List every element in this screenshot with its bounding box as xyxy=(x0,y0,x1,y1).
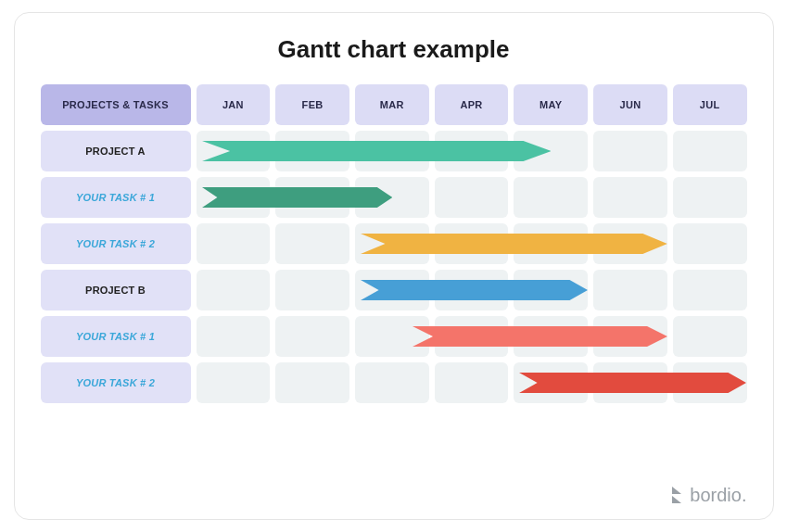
gantt-bar xyxy=(519,373,746,393)
gantt-bar xyxy=(413,326,667,347)
gantt-bar xyxy=(202,141,552,161)
svg-marker-2 xyxy=(361,234,667,254)
grid-cell xyxy=(197,316,271,357)
brand-name: bordio. xyxy=(690,485,746,506)
gantt-row xyxy=(197,131,747,171)
row-label-task: YOUR TASK # 1 xyxy=(41,316,191,357)
gantt-grid: PROJECTS & TASKSJANFEBMARAPRMAYJUNJULPRO… xyxy=(41,84,747,403)
grid-cell xyxy=(673,270,747,310)
row-label-task: YOUR TASK # 2 xyxy=(41,362,191,403)
column-header-month: JUN xyxy=(593,84,667,125)
grid-cell xyxy=(593,177,667,218)
chart-title: Gantt chart example xyxy=(41,35,747,64)
grid-cell xyxy=(197,223,271,264)
grid-cell xyxy=(275,362,349,403)
bordio-mark-icon xyxy=(669,487,684,505)
row-label-task: YOUR TASK # 2 xyxy=(41,223,191,264)
svg-marker-5 xyxy=(519,373,746,393)
grid-cell xyxy=(435,362,509,403)
gantt-bar xyxy=(361,280,588,300)
gantt-card: Gantt chart example PROJECTS & TASKSJANF… xyxy=(14,12,774,520)
row-label-project: PROJECT A xyxy=(41,131,191,171)
grid-cell xyxy=(355,362,429,403)
grid-cell xyxy=(275,270,349,310)
gantt-row xyxy=(197,316,747,357)
grid-cell xyxy=(197,270,271,310)
gantt-bar xyxy=(361,234,667,254)
gantt-row xyxy=(197,270,747,310)
row-label-project: PROJECT B xyxy=(41,270,191,310)
column-header-month: APR xyxy=(435,84,509,125)
grid-cell xyxy=(435,177,509,218)
grid-cell xyxy=(275,223,349,264)
grid-cell xyxy=(593,131,667,171)
grid-cell xyxy=(197,362,271,403)
grid-cell xyxy=(673,316,747,357)
svg-marker-1 xyxy=(202,187,392,208)
grid-cell xyxy=(275,316,349,357)
grid-cell xyxy=(514,177,588,218)
gantt-row xyxy=(197,177,747,218)
column-header-month: JUL xyxy=(673,84,747,125)
column-header-month: JAN xyxy=(197,84,271,125)
grid-cell xyxy=(593,270,667,310)
svg-marker-4 xyxy=(413,326,667,347)
column-header-month: MAY xyxy=(514,84,588,125)
svg-marker-0 xyxy=(202,141,552,161)
row-label-task: YOUR TASK # 1 xyxy=(41,177,191,218)
gantt-row xyxy=(197,223,747,264)
svg-marker-3 xyxy=(361,280,588,300)
column-header-month: FEB xyxy=(275,84,349,125)
grid-cell xyxy=(673,223,747,264)
grid-cell xyxy=(673,131,747,171)
gantt-bar xyxy=(202,187,392,208)
grid-cell xyxy=(673,177,747,218)
gantt-row xyxy=(197,362,747,403)
column-header-tasks: PROJECTS & TASKS xyxy=(41,84,191,125)
brand-logo: bordio. xyxy=(669,485,746,506)
column-header-month: MAR xyxy=(355,84,429,125)
